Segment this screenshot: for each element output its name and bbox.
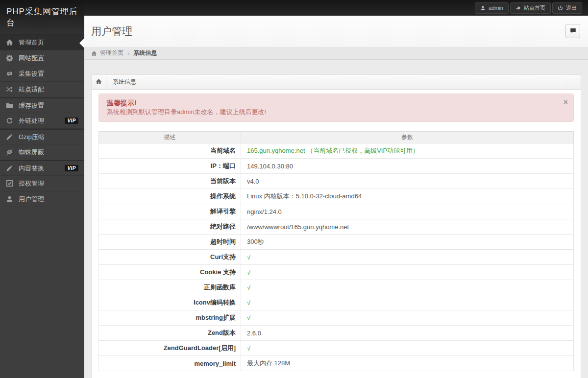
table-row: 当前域名165.gun.yqhome.net （当前域名已授权，高级VIP功能可…: [99, 143, 574, 159]
sidebar-item-label: 站点适配: [19, 85, 44, 94]
table-row: Curl支持√: [99, 250, 574, 265]
breadcrumb-home-label: 管理首页: [100, 49, 123, 57]
breadcrumb-separator: ›: [127, 49, 129, 57]
sidebar-item-label: 管理首页: [19, 38, 44, 47]
row-value: √: [241, 295, 574, 310]
sidebar-item-auth-manage[interactable]: 授权管理: [0, 176, 84, 191]
row-label: Zend版本: [99, 326, 241, 341]
topbar-button-label: 站点首页: [524, 4, 545, 12]
sidebar-item-label: 外链处理: [19, 117, 44, 125]
app-logo-text: PHP采集网管理后台: [6, 6, 84, 28]
row-value: √: [241, 341, 574, 356]
table-row: 绝对路径/www/wwwroot/165.gun.yqhome.net: [99, 219, 574, 235]
edit-icon: [6, 165, 13, 172]
row-label: 超时时间: [99, 235, 241, 250]
row-value: 最大内存 128M: [241, 356, 574, 371]
row-value: √: [241, 310, 574, 326]
sidebar-item-user-manage[interactable]: 用户管理: [0, 191, 84, 207]
table-column-header: 描述: [99, 132, 241, 143]
shuffle-icon: [6, 86, 13, 93]
row-value: 149.104.0.30:80: [241, 159, 574, 174]
warning-alert: 温馨提示! 系统检测到默认管理目录admin未改名，建议上线后更改! ×: [98, 94, 574, 122]
table-row: Iconv编码转换√: [99, 295, 574, 310]
sidebar-item-cache-settings[interactable]: 缓存设置: [0, 97, 84, 113]
sidebar-item-label: Gzip压缩: [19, 133, 45, 142]
row-value: 2.6.0: [241, 326, 574, 341]
comment-icon: [570, 27, 576, 36]
pencil-icon: [6, 133, 13, 141]
user-icon: [6, 195, 13, 203]
collect-icon: [6, 70, 13, 77]
sidebar-item-outlink-process[interactable]: 外链处理VIP: [0, 113, 84, 129]
row-label: 当前版本: [99, 174, 241, 189]
alert-close-button[interactable]: ×: [564, 98, 568, 106]
topbar-button-admin-user[interactable]: admin: [475, 2, 509, 14]
table-header-row: 描述参数: [99, 132, 574, 143]
panel-tab-label: 系统信息: [106, 75, 136, 89]
table-row: Cookie 支持√: [99, 265, 574, 280]
row-label: Curl支持: [99, 250, 241, 265]
table-row: 操作系统Linux 内核版本：5.10.0-32-cloud-amd64: [99, 189, 574, 204]
sidebar-item-label: 内容替换: [19, 164, 44, 173]
sidebar-item-spider-block[interactable]: 蜘蛛屏蔽: [0, 144, 84, 160]
topbar-button-logout[interactable]: 退出: [552, 2, 582, 14]
sidebar-item-site-config[interactable]: 网站配置: [0, 50, 84, 66]
panel-header: 系统信息: [92, 75, 581, 90]
sidebar-item-label: 采集设置: [19, 70, 44, 78]
row-value: 300秒: [241, 235, 574, 250]
breadcrumb: 管理首页 › 系统信息: [84, 47, 588, 60]
topbar-button-label: 退出: [566, 4, 577, 12]
home-icon: [96, 78, 102, 87]
row-value: 165.gun.yqhome.net （当前域名已授权，高级VIP功能可用）: [241, 143, 574, 159]
row-label: 正则函数库: [99, 280, 241, 295]
breadcrumb-home-link[interactable]: 管理首页: [91, 49, 123, 57]
topbar-button-site-home[interactable]: 站点首页: [510, 2, 551, 14]
row-label: Iconv编码转换: [99, 295, 241, 310]
row-label: 当前域名: [99, 143, 241, 159]
table-column-header: 参数: [241, 132, 574, 143]
app-logo: PHP采集网管理后台: [0, 0, 84, 34]
topbar-button-label: admin: [489, 5, 503, 11]
row-label: Cookie 支持: [99, 265, 241, 280]
power-icon: [558, 5, 563, 11]
sidebar-item-label: 蜘蛛屏蔽: [19, 148, 44, 157]
sidebar-item-label: 授权管理: [19, 179, 44, 188]
user-icon: [480, 5, 486, 11]
table-row: 超时时间300秒: [99, 235, 574, 250]
sidebar-item-admin-home[interactable]: 管理首页: [0, 35, 84, 50]
row-label: 绝对路径: [99, 219, 241, 235]
alert-title: 温馨提示!: [107, 98, 557, 108]
panel-home-button[interactable]: [92, 75, 106, 89]
table-body: 当前域名165.gun.yqhome.net （当前域名已授权，高级VIP功能可…: [99, 143, 574, 371]
row-value: nginx/1.24.0: [241, 204, 574, 219]
sidebar-nav: 管理首页网站配置采集设置站点适配缓存设置外链处理VIPGzip压缩蜘蛛屏蔽内容替…: [0, 34, 84, 207]
row-label: memory_limit: [99, 356, 241, 371]
spider-icon: [6, 148, 13, 156]
row-label: mbstring扩展: [99, 310, 241, 326]
home-icon: [91, 50, 97, 56]
sidebar-item-label: 用户管理: [19, 195, 44, 204]
sidebar-item-label: 网站配置: [19, 54, 44, 63]
row-value: √: [241, 265, 574, 280]
sidebar-item-content-replace[interactable]: 内容替换VIP: [0, 160, 84, 176]
sidebar-item-site-adapt[interactable]: 站点适配: [0, 82, 84, 97]
main-area: 用户管理 管理首页 › 系统信息 系统信息 温馨提示! 系统检测到默认管理目录a…: [84, 0, 588, 378]
row-value: Linux 内核版本：5.10.0-32-cloud-amd64: [241, 189, 574, 204]
table-row: 正则函数库√: [99, 280, 574, 295]
row-value: v4.0: [241, 174, 574, 189]
row-label: 解译引擎: [99, 204, 241, 219]
comment-button[interactable]: [565, 24, 580, 38]
row-value: /www/wwwroot/165.gun.yqhome.net: [241, 219, 574, 235]
alert-body: 系统检测到默认管理目录admin未改名，建议上线后更改!: [107, 108, 557, 117]
checksquare-icon: [6, 180, 13, 187]
content-area: 系统信息 温馨提示! 系统检测到默认管理目录admin未改名，建议上线后更改! …: [84, 74, 588, 378]
sidebar-item-gzip-compress[interactable]: Gzip压缩: [0, 129, 84, 144]
gear-icon: [6, 54, 13, 62]
sidebar: PHP采集网管理后台 管理首页网站配置采集设置站点适配缓存设置外链处理VIPGz…: [0, 0, 84, 378]
sidebar-item-collect-settings[interactable]: 采集设置: [0, 66, 84, 82]
row-value: √: [241, 250, 574, 265]
vip-badge: VIP: [65, 118, 78, 124]
folder-icon: [6, 102, 13, 109]
home-icon: [6, 39, 13, 46]
system-info-panel: 系统信息 温馨提示! 系统检测到默认管理目录admin未改名，建议上线后更改! …: [91, 74, 581, 378]
